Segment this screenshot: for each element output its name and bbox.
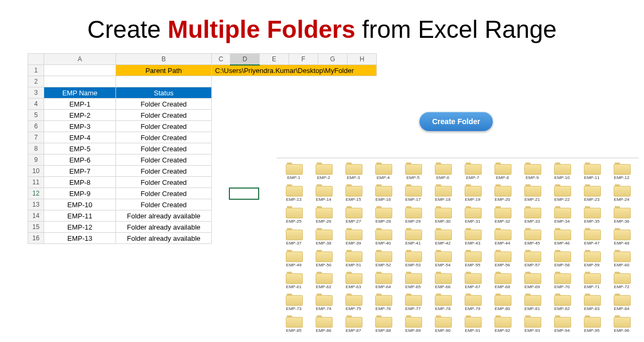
cell-emp-name[interactable]: EMP-8 bbox=[44, 177, 116, 188]
folder-item[interactable]: EMP-42 bbox=[428, 227, 458, 246]
folder-item[interactable]: EMP-8 bbox=[488, 161, 517, 180]
cell-empty[interactable] bbox=[212, 99, 230, 110]
row-header-12[interactable]: 12 bbox=[28, 188, 44, 199]
cell-emp-name[interactable]: EMP-4 bbox=[44, 132, 116, 143]
folder-item[interactable]: EMP-13 bbox=[279, 183, 309, 202]
row-header-3[interactable]: 3 bbox=[28, 87, 44, 99]
folder-item[interactable]: EMP-34 bbox=[547, 205, 577, 224]
folder-item[interactable]: EMP-2 bbox=[309, 161, 338, 180]
folder-item[interactable]: EMP-94 bbox=[547, 314, 577, 333]
folder-item[interactable]: EMP-55 bbox=[458, 249, 488, 267]
folder-item[interactable]: EMP-60 bbox=[607, 249, 637, 267]
folder-item[interactable]: EMP-71 bbox=[577, 271, 607, 289]
row-header-6[interactable]: 6 bbox=[28, 121, 44, 132]
folder-item[interactable]: EMP-69 bbox=[517, 271, 547, 289]
folder-item[interactable]: EMP-64 bbox=[368, 271, 398, 289]
cell-empty[interactable] bbox=[230, 210, 260, 222]
folder-item[interactable]: EMP-63 bbox=[338, 271, 368, 289]
cell-empty[interactable] bbox=[212, 177, 230, 188]
folder-item[interactable]: EMP-56 bbox=[488, 249, 517, 267]
cell-empty[interactable] bbox=[260, 99, 289, 110]
folder-item[interactable]: EMP-70 bbox=[547, 271, 577, 289]
cell-empty[interactable] bbox=[230, 110, 260, 121]
cell-C1-parent-path-value[interactable]: C:\Users\Priyendra.Kumar\Desktop\MyFolde… bbox=[212, 65, 377, 76]
folder-item[interactable]: EMP-49 bbox=[279, 249, 309, 267]
folder-item[interactable]: EMP-87 bbox=[338, 314, 368, 333]
cell-emp-name[interactable]: EMP-1 bbox=[44, 99, 116, 110]
folder-item[interactable]: EMP-50 bbox=[309, 249, 338, 267]
cell-empty[interactable] bbox=[289, 87, 318, 99]
folder-item[interactable]: EMP-79 bbox=[458, 292, 488, 311]
folder-item[interactable]: EMP-92 bbox=[488, 314, 517, 333]
folder-item[interactable]: EMP-84 bbox=[607, 292, 637, 311]
cell-empty[interactable] bbox=[348, 99, 377, 110]
folder-item[interactable]: EMP-75 bbox=[338, 292, 368, 311]
col-header-E[interactable]: E bbox=[260, 54, 289, 65]
folder-item[interactable]: EMP-33 bbox=[517, 205, 547, 224]
cell-empty[interactable] bbox=[318, 87, 348, 99]
folder-item[interactable]: EMP-37 bbox=[279, 227, 309, 246]
col-header-A[interactable]: A bbox=[44, 54, 116, 65]
folder-item[interactable]: EMP-7 bbox=[458, 161, 488, 180]
row-header-13[interactable]: 13 bbox=[28, 199, 44, 210]
folder-item[interactable]: EMP-80 bbox=[488, 292, 517, 311]
folder-item[interactable]: EMP-83 bbox=[577, 292, 607, 311]
cell-empty[interactable] bbox=[230, 143, 260, 154]
folder-item[interactable]: EMP-40 bbox=[368, 227, 398, 246]
folder-item[interactable]: EMP-4 bbox=[368, 161, 398, 180]
folder-item[interactable]: EMP-81 bbox=[517, 292, 547, 311]
cell-empty[interactable] bbox=[230, 199, 260, 210]
cell-empty[interactable] bbox=[230, 166, 260, 177]
folder-item[interactable]: EMP-65 bbox=[398, 271, 428, 289]
cell-empty[interactable] bbox=[230, 154, 260, 166]
folder-item[interactable]: EMP-44 bbox=[488, 227, 517, 246]
folder-item[interactable]: EMP-27 bbox=[338, 205, 368, 224]
cell-empty[interactable] bbox=[230, 233, 260, 244]
cell-empty[interactable] bbox=[116, 76, 212, 87]
row-header-11[interactable]: 11 bbox=[28, 177, 44, 188]
folder-item[interactable]: EMP-59 bbox=[577, 249, 607, 267]
folder-item[interactable]: EMP-86 bbox=[309, 314, 338, 333]
row-header-16[interactable]: 16 bbox=[28, 233, 44, 244]
folder-item[interactable]: EMP-19 bbox=[458, 183, 488, 202]
cell-empty[interactable] bbox=[230, 99, 260, 110]
cell-empty[interactable] bbox=[44, 76, 116, 87]
cell-status[interactable]: Folder Created bbox=[116, 199, 212, 210]
cell-status[interactable]: Folder Created bbox=[116, 99, 212, 110]
folder-item[interactable]: EMP-36 bbox=[607, 205, 637, 224]
folder-item[interactable]: EMP-45 bbox=[517, 227, 547, 246]
folder-item[interactable]: EMP-32 bbox=[488, 205, 517, 224]
folder-item[interactable]: EMP-14 bbox=[309, 183, 338, 202]
cell-status[interactable]: Folder already available bbox=[116, 222, 212, 233]
folder-item[interactable]: EMP-47 bbox=[577, 227, 607, 246]
folder-item[interactable]: EMP-67 bbox=[458, 271, 488, 289]
cell-status[interactable]: Folder Created bbox=[116, 132, 212, 143]
cell-empty[interactable] bbox=[230, 177, 260, 188]
folder-item[interactable]: EMP-15 bbox=[338, 183, 368, 202]
cell-empty[interactable] bbox=[212, 76, 230, 87]
cell-B1-parent-path-label[interactable]: Parent Path bbox=[116, 65, 212, 76]
folder-item[interactable]: EMP-41 bbox=[398, 227, 428, 246]
folder-item[interactable]: EMP-18 bbox=[428, 183, 458, 202]
folder-item[interactable]: EMP-5 bbox=[398, 161, 428, 180]
cell-emp-name[interactable]: EMP-5 bbox=[44, 143, 116, 154]
cell-status[interactable]: Folder Created bbox=[116, 166, 212, 177]
col-header-D[interactable]: D bbox=[230, 54, 260, 65]
folder-item[interactable]: EMP-54 bbox=[428, 249, 458, 267]
folder-item[interactable]: EMP-10 bbox=[547, 161, 577, 180]
cell-empty[interactable] bbox=[348, 110, 377, 121]
folder-item[interactable]: EMP-62 bbox=[309, 271, 338, 289]
cell-status[interactable]: Folder Created bbox=[116, 177, 212, 188]
cell-status[interactable]: Folder Created bbox=[116, 143, 212, 154]
folder-item[interactable]: EMP-73 bbox=[279, 292, 309, 311]
folder-item[interactable]: EMP-9 bbox=[517, 161, 547, 180]
folder-item[interactable]: EMP-22 bbox=[547, 183, 577, 202]
cell-empty[interactable] bbox=[260, 76, 289, 87]
folder-item[interactable]: EMP-85 bbox=[279, 314, 309, 333]
cell-empty[interactable] bbox=[212, 132, 230, 143]
folder-item[interactable]: EMP-46 bbox=[547, 227, 577, 246]
cell-empty[interactable] bbox=[260, 143, 289, 154]
folder-item[interactable]: EMP-17 bbox=[398, 183, 428, 202]
cell-empty[interactable] bbox=[212, 233, 230, 244]
row-header-4[interactable]: 4 bbox=[28, 99, 44, 110]
